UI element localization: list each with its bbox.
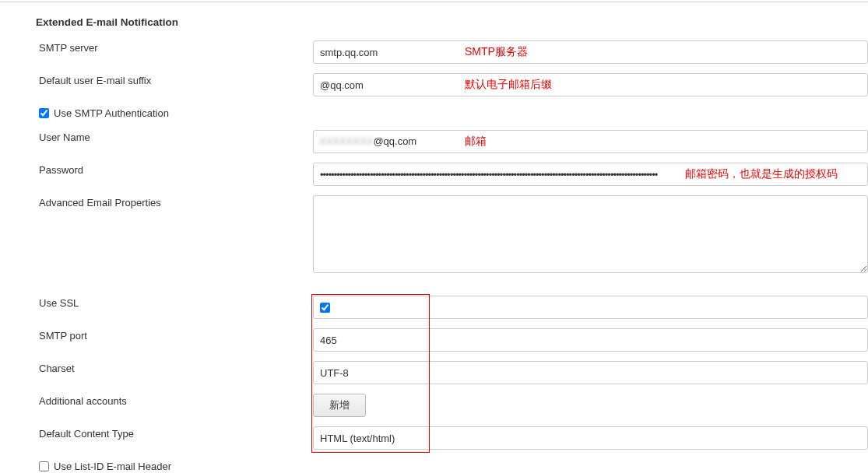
advanced-properties-textarea[interactable] [313,195,868,273]
label-default-suffix: Default user E-mail suffix [36,68,313,93]
use-smtp-auth-checkbox[interactable] [39,108,49,118]
label-password: Password [36,158,313,182]
label-user-name: User Name [36,125,313,149]
use-ssl-checkbox[interactable] [320,303,330,313]
label-use-ssl: Use SSL [36,291,313,315]
label-use-smtp-auth: Use SMTP Authentication [54,107,169,119]
config-section: Extended E-mail Notification SMTP server… [0,2,868,473]
charset-input[interactable] [313,361,868,384]
add-button[interactable]: 新增 [313,394,366,417]
default-suffix-input[interactable] [313,73,868,96]
smtp-server-input[interactable] [313,40,868,64]
label-charset: Charset [36,356,313,380]
user-name-input[interactable] [313,130,868,153]
label-additional-accounts: Additional accounts [36,389,313,413]
password-input[interactable] [313,163,868,186]
use-ssl-wrap [313,296,868,319]
use-list-id-checkbox[interactable] [39,461,49,471]
label-advanced: Advanced Email Properties [36,191,313,215]
default-content-type-select[interactable]: HTML (text/html) [313,426,868,450]
smtp-port-input[interactable] [313,328,868,352]
section-title: Extended E-mail Notification [36,16,868,28]
label-smtp-server: SMTP server [36,36,313,60]
label-smtp-port: SMTP port [36,324,313,348]
label-default-content-type: Default Content Type [36,422,313,446]
label-use-list-id: Use List-ID E-mail Header [54,461,171,472]
